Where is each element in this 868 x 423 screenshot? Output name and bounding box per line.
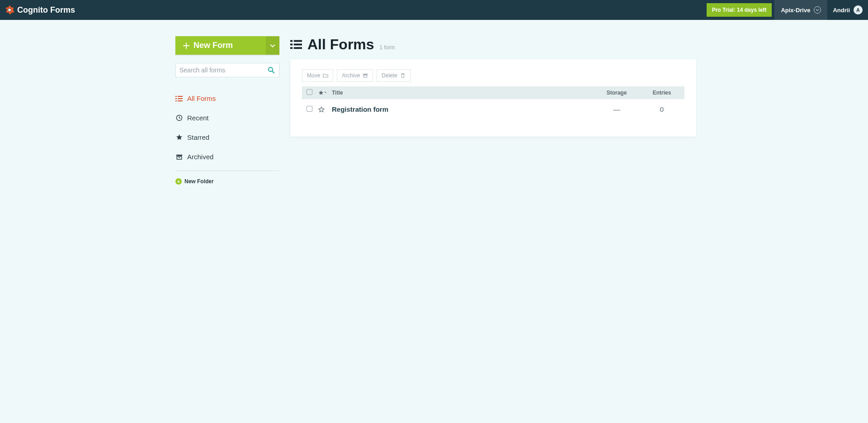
nav-label: Archived xyxy=(187,153,213,161)
new-form-button[interactable]: New Form xyxy=(175,36,266,55)
avatar: A xyxy=(854,5,863,14)
form-entries: 0 xyxy=(644,105,680,113)
row-checkbox[interactable] xyxy=(307,106,312,112)
svg-point-1 xyxy=(269,67,273,71)
list-icon xyxy=(290,39,302,50)
new-form-dropdown[interactable] xyxy=(266,36,279,55)
svg-rect-20 xyxy=(364,75,368,77)
delete-button[interactable]: Delete xyxy=(377,69,410,82)
archive-button[interactable]: Archive xyxy=(337,69,373,82)
td-star xyxy=(318,106,332,113)
move-button[interactable]: Move xyxy=(302,69,333,82)
th-star[interactable] xyxy=(318,90,332,95)
list-icon xyxy=(175,95,183,102)
select-all-checkbox[interactable] xyxy=(307,89,312,95)
header-right: Pro Trial: 14 days left Apix-Drive Andri… xyxy=(707,0,868,20)
svg-rect-19 xyxy=(363,74,368,75)
svg-point-0 xyxy=(8,9,11,11)
nav-label: Recent xyxy=(187,114,209,122)
svg-rect-12 xyxy=(178,157,180,157)
svg-rect-15 xyxy=(290,43,292,45)
page-title-row: All Forms 1 form xyxy=(290,36,696,53)
search-icon[interactable] xyxy=(267,66,275,74)
trial-badge[interactable]: Pro Trial: 14 days left xyxy=(707,3,772,17)
form-title-link[interactable]: Registration form xyxy=(332,105,590,113)
form-storage: — xyxy=(590,105,644,113)
org-name: Apix-Drive xyxy=(781,7,810,14)
delete-label: Delete xyxy=(382,72,397,79)
gear-icon xyxy=(5,5,14,15)
nav-archived[interactable]: Archived xyxy=(175,149,279,164)
user-name: Andrii xyxy=(833,7,850,14)
clock-icon xyxy=(175,114,183,122)
caret-down-icon xyxy=(324,91,327,94)
chevron-down-icon xyxy=(814,6,821,14)
plus-icon xyxy=(183,42,190,49)
app-header: Cognito Forms Pro Trial: 14 days left Ap… xyxy=(0,0,868,20)
archive-icon xyxy=(363,73,368,78)
svg-rect-10 xyxy=(176,155,182,156)
th-storage[interactable]: Storage xyxy=(590,90,644,96)
svg-rect-16 xyxy=(294,43,302,45)
move-label: Move xyxy=(307,72,320,79)
td-checkbox xyxy=(307,105,318,113)
brand-name: Cognito Forms xyxy=(17,5,75,15)
nav: All Forms Recent Starred Archived xyxy=(175,91,279,164)
brand-logo[interactable]: Cognito Forms xyxy=(5,5,75,15)
star-icon xyxy=(175,134,183,141)
user-menu[interactable]: Andrii A xyxy=(827,0,868,20)
plus-circle-icon: + xyxy=(175,178,182,185)
new-form-label: New Form xyxy=(193,41,233,50)
svg-rect-4 xyxy=(178,96,183,97)
star-icon xyxy=(318,90,324,95)
nav-all-forms[interactable]: All Forms xyxy=(175,91,279,106)
page-count: 1 form xyxy=(380,44,395,51)
new-form-group: New Form xyxy=(175,36,279,55)
chevron-down-icon xyxy=(270,43,275,48)
archive-icon xyxy=(175,153,183,161)
svg-rect-18 xyxy=(294,47,302,49)
sidebar: New Form All Forms Recent xyxy=(175,36,279,185)
table-header: Title Storage Entries xyxy=(302,86,684,99)
forms-panel: Move Archive Delete xyxy=(290,59,696,137)
svg-rect-3 xyxy=(175,96,177,97)
nav-label: Starred xyxy=(187,133,209,141)
svg-rect-17 xyxy=(290,47,292,49)
svg-rect-6 xyxy=(178,98,183,99)
divider xyxy=(175,171,279,171)
th-checkbox xyxy=(307,89,318,96)
org-menu[interactable]: Apix-Drive xyxy=(774,0,827,20)
nav-label: All Forms xyxy=(187,95,216,102)
svg-rect-14 xyxy=(294,40,302,42)
th-title[interactable]: Title xyxy=(332,90,590,96)
new-folder-button[interactable]: + New Folder xyxy=(175,178,279,185)
archive-label: Archive xyxy=(342,72,360,79)
table-row: Registration form — 0 xyxy=(302,99,684,119)
star-outline-icon[interactable] xyxy=(318,106,325,113)
main: All Forms 1 form Move Archive Delete xyxy=(290,36,696,185)
bulk-actions: Move Archive Delete xyxy=(302,69,684,82)
svg-rect-13 xyxy=(290,40,292,42)
new-folder-label: New Folder xyxy=(184,178,214,185)
page: New Form All Forms Recent xyxy=(81,20,787,185)
th-entries[interactable]: Entries xyxy=(644,90,680,96)
nav-recent[interactable]: Recent xyxy=(175,110,279,125)
svg-rect-8 xyxy=(178,100,183,101)
svg-rect-7 xyxy=(175,100,177,101)
page-title: All Forms xyxy=(307,36,374,53)
svg-rect-5 xyxy=(175,98,177,99)
trash-icon xyxy=(400,73,406,78)
svg-line-2 xyxy=(272,71,274,73)
folder-icon xyxy=(323,73,328,78)
search-input[interactable] xyxy=(179,67,267,74)
search-wrap xyxy=(175,63,279,77)
nav-starred[interactable]: Starred xyxy=(175,130,279,145)
